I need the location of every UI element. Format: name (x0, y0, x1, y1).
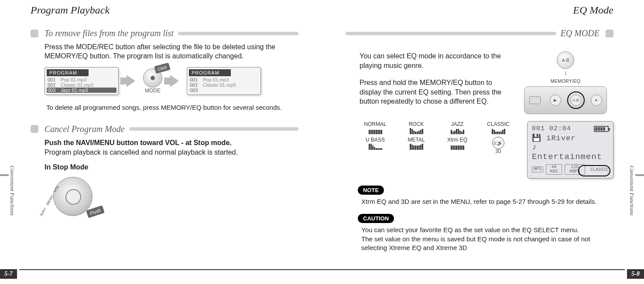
lcd-after: PROGRAM 001Pop 01.mp3 002Classic 01.mp3 … (187, 67, 261, 95)
lcd-header: PROGRAM (47, 69, 89, 76)
preset-item: METAL (401, 137, 432, 154)
device-figure: A-B MEMORY/EQ ▶ A-B ● (517, 51, 613, 114)
body-text: Press and hold the MEMORY/EQ button to d… (360, 78, 507, 106)
eq-intro-row: You can select EQ mode in accordance to … (360, 51, 613, 114)
chip: MP3 (532, 166, 543, 172)
body-text: Press the MODE/REC button after selectin… (45, 43, 298, 61)
device-body-icon: ▶ A-B ● (524, 86, 607, 114)
lcd-header: PROGRAM (189, 69, 231, 76)
section-title: EQ MODE (561, 28, 599, 38)
bullet-icon (31, 30, 38, 37)
left-page: Program Playback To remove files from th… (0, 0, 322, 284)
caution-text: You can select your favorite EQ as the s… (361, 226, 613, 252)
player-lcd: 001 02:04 💾 iRiver ♪ Entertainment MP3 4… (527, 121, 613, 179)
track-artist: iRiver (546, 134, 575, 142)
note-pill: NOTE (358, 186, 384, 195)
page-title-left: Program Playback (31, 4, 298, 16)
preset-item: NORMAL (360, 121, 391, 134)
navi-button-figure: NAVI · MENU · VOL Push (45, 175, 101, 218)
preset-item: JAZZ (442, 121, 473, 134)
body-text: You can select EQ mode in accordance to … (360, 51, 507, 70)
figure-row: PROGRAM 001Pop 01.mp3 002Classic 01.mp3 … (45, 67, 298, 95)
threeD-icon: ((🔊 (492, 137, 504, 149)
section-heading: EQ MODE (346, 28, 613, 38)
side-decor (0, 174, 9, 176)
preset-item-3d: ((🔊3D (483, 137, 514, 154)
ab-button-icon: A-B (557, 51, 574, 69)
body-text-bold: Push the NAVI/MENU button toward VOL - a… (45, 139, 298, 148)
arrow-icon (127, 75, 135, 87)
side-label: Convenient Functions (628, 166, 635, 215)
preset-item: U BASS (360, 137, 391, 154)
preset-item: CLASSIC (483, 121, 514, 134)
right-page: EQ Mode EQ MODE You can select EQ mode i… (322, 0, 644, 284)
chip: 44 KHZ (546, 164, 562, 175)
memory-eq-label: MEMORY/EQ (551, 78, 580, 84)
page-title-right: EQ Mode (346, 4, 613, 16)
track-title: Entertainment (532, 152, 602, 162)
side-label: Convenient Functions (9, 166, 16, 215)
callout-ring-icon (578, 165, 610, 176)
section-heading: To remove files from the program list (31, 28, 298, 38)
preset-item: Xtrm EQ (442, 137, 473, 154)
section-title: Cancel Program Mode (45, 124, 125, 134)
eq-text-block: You can select EQ mode in accordance to … (360, 51, 507, 106)
note-text: Xtrm EQ and 3D are set in the MENU, refe… (361, 197, 613, 206)
click-badge: Click (154, 63, 171, 74)
body-text: To delete all programmed songs, press ME… (46, 104, 298, 111)
mode-button-icon: Click (143, 68, 162, 88)
section-title: To remove files from the program list (45, 28, 174, 38)
rule (178, 32, 298, 35)
preset-item: ROCK (401, 121, 432, 134)
side-decor (635, 174, 644, 176)
callout-ring-icon (567, 91, 585, 109)
bullet-icon (31, 125, 38, 133)
page-number: 5-8 (627, 269, 644, 279)
battery-icon (594, 126, 609, 132)
mode-button-figure: Click MODE (143, 68, 162, 94)
arrow-icon (170, 75, 179, 87)
bullet-icon (606, 30, 613, 37)
page-number: 5-7 (0, 269, 17, 279)
caution-pill: CAUTION (358, 214, 394, 223)
in-stop-mode-label: In Stop Mode (45, 163, 298, 171)
rule (129, 127, 298, 131)
bottom-rule (19, 269, 322, 270)
track-time: 001 02:04 (532, 125, 571, 132)
rule (346, 32, 556, 35)
lcd-before: PROGRAM 001Pop 01.mp3 002Classic 01.mp3 … (45, 67, 119, 95)
bottom-rule (322, 269, 625, 270)
mode-label: MODE (145, 88, 161, 94)
eq-presets-row: NORMAL ROCK JAZZ CLASSIC U BASS METAL Xt… (360, 121, 613, 179)
preset-grid: NORMAL ROCK JAZZ CLASSIC U BASS METAL Xt… (360, 121, 514, 154)
body-text: Program playback is cancelled and normal… (45, 148, 298, 157)
section-heading: Cancel Program Mode (31, 124, 298, 134)
